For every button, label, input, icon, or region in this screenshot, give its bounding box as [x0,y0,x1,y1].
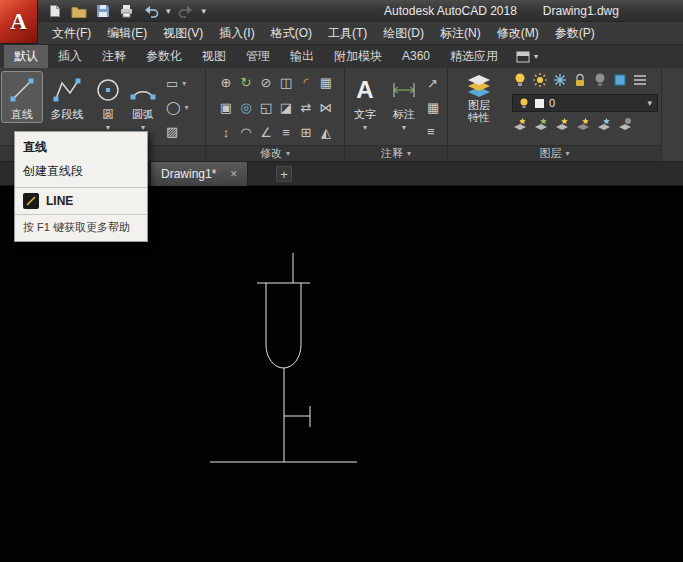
layer-select-dropdown[interactable]: 0 ▾ [512,94,658,112]
annotation-extra-tools: ↗ ▦ ≡ [427,76,439,139]
mirror-tool-icon[interactable]: ◫ [276,70,296,95]
menu-item-modify[interactable]: 修改(M) [489,22,547,44]
layer-color-icon[interactable] [612,72,628,88]
menu-item-format[interactable]: 格式(O) [263,22,320,44]
leader-tool-button[interactable]: ↗ [427,76,439,91]
circle-tool-label: 圆 [103,107,114,122]
layer-off-bulb-icon[interactable] [592,72,608,88]
tooltip-title: 直线 [23,139,139,156]
tab-insert[interactable]: 插入 [48,45,92,68]
close-icon[interactable]: × [230,167,237,181]
layer-freeze-icon[interactable] [552,72,568,88]
chamfer-tool-icon[interactable]: ∠ [256,120,276,145]
text-style-tool-button[interactable]: ≡ [427,124,439,139]
tab-featured-apps[interactable]: 精选应用 [440,45,508,68]
arc-tool-button[interactable]: 圆弧 ▾ [124,72,162,132]
modify-panel-strip[interactable]: 修改 ▾ [206,145,344,161]
array-tool-icon[interactable]: ▦ [316,70,336,95]
dimension-icon [391,74,417,106]
menu-item-file[interactable]: 文件(F) [44,22,99,44]
circle-tool-button[interactable]: 圆 ▾ [92,72,124,132]
tooltip-body: 直线 创建直线段 [15,132,147,187]
erase-tool-icon[interactable]: ◪ [276,95,296,120]
tab-view[interactable]: 视图 [192,45,236,68]
open-file-icon[interactable] [70,3,87,19]
layer-freeze-tool-icon[interactable] [596,117,612,133]
tab-annotate[interactable]: 注释 [92,45,136,68]
layer-isolate-icon[interactable] [554,117,570,133]
menu-item-tools[interactable]: 工具(T) [320,22,375,44]
hatch-tool-button[interactable]: ▨ [166,124,189,139]
layer-status-icon [518,97,530,109]
table-icon: ▦ [427,100,439,115]
layer-properties-label-2: 特性 [468,111,490,123]
model-space-canvas[interactable] [0,186,683,562]
menu-item-dimension[interactable]: 标注(N) [432,22,489,44]
explode-tool-icon[interactable]: ≡ [276,120,296,145]
tooltip-help-text: 按 F1 键获取更多帮助 [15,215,147,241]
trim-tool-icon[interactable]: ⊘ [256,70,276,95]
menu-item-parametric[interactable]: 参数(P) [547,22,603,44]
tab-a360[interactable]: A360 [392,45,440,68]
caret-down-icon[interactable]: ▾ [402,123,406,132]
plus-icon: + [280,167,288,182]
align-tool-icon[interactable]: ⇄ [296,95,316,120]
line-tool-button[interactable]: 直线 [2,72,42,122]
plot-icon[interactable] [118,3,135,19]
tab-default[interactable]: 默认 [4,45,48,68]
rotate-tool-icon[interactable]: ↻ [236,70,256,95]
menu-item-insert[interactable]: 插入(I) [211,22,262,44]
menu-item-view[interactable]: 视图(V) [155,22,211,44]
tab-manage[interactable]: 管理 [236,45,280,68]
layer-prev-icon[interactable] [533,117,549,133]
table-tool-button[interactable]: ▦ [427,100,439,115]
redo-icon[interactable] [178,3,195,19]
undo-icon[interactable] [142,3,159,19]
break-tool-icon[interactable]: ⊞ [296,120,316,145]
layer-lock-icon[interactable] [572,72,588,88]
fillet-tool-icon[interactable]: ◜ [296,70,316,95]
move-tool-icon[interactable]: ⊕ [216,70,236,95]
glass-symbol-lines [210,253,357,462]
arc-edit-tool-icon[interactable]: ◠ [236,120,256,145]
file-tab-drawing1[interactable]: Drawing1* × [150,162,248,186]
polyline-tool-button[interactable]: 多段线 [44,72,90,122]
copy-tool-icon[interactable]: ▣ [216,95,236,120]
undo-caret-icon[interactable]: ▾ [166,6,171,16]
qat-menu-caret-icon[interactable]: ▾ [202,6,207,16]
join-tool-icon[interactable]: ⋈ [316,95,336,120]
layer-match-icon[interactable] [512,117,528,133]
layer-list-icon[interactable] [632,72,648,88]
save-icon[interactable] [94,3,111,19]
tab-output[interactable]: 输出 [280,45,324,68]
caret-down-icon[interactable]: ▾ [363,123,367,132]
ellipse-tool-button[interactable]: ◯ ▾ [166,100,189,115]
dimension-tool-button[interactable]: 标注 ▾ [385,72,423,132]
scale-tool-icon[interactable]: ↕ [216,120,236,145]
layer-color-swatch [535,99,544,108]
menu-item-draw[interactable]: 绘图(D) [375,22,432,44]
new-file-icon[interactable] [46,3,63,19]
rectangle-tool-button[interactable]: ▭ ▾ [166,76,189,91]
layers-panel-strip[interactable]: 图层 ▾ [448,145,661,161]
tab-parametric[interactable]: 参数化 [136,45,192,68]
lengthen-tool-icon[interactable]: ◭ [316,120,336,145]
line-tool-tooltip: 直线 创建直线段 LINE 按 F1 键获取更多帮助 [14,131,148,242]
tab-addins[interactable]: 附加模块 [324,45,392,68]
offset-tool-icon[interactable]: ◎ [236,95,256,120]
annotation-panel-strip[interactable]: 注释 ▾ [345,145,447,161]
layer-on-bulb-icon[interactable] [512,72,528,88]
menu-item-edit[interactable]: 编辑(E) [99,22,155,44]
layer-thaw-sun-icon[interactable] [532,72,548,88]
layer-unisolate-icon[interactable] [575,117,591,133]
stretch-tool-icon[interactable]: ◱ [256,95,276,120]
file-tab-label: Drawing1* [161,167,216,181]
layer-properties-button[interactable]: 图层 特性 [450,71,508,123]
application-menu-button[interactable]: A [0,0,38,44]
title-bar: Autodesk AutoCAD 2018 Drawing1.dwg ▾ ▾ [0,0,683,22]
layer-off-tool-icon[interactable] [617,117,633,133]
text-tool-button[interactable]: A 文字 ▾ [347,72,383,132]
dimension-tool-label: 标注 [393,107,415,122]
ribbon-display-options[interactable]: ▾ [508,45,546,68]
new-drawing-tab-button[interactable]: + [276,166,292,182]
